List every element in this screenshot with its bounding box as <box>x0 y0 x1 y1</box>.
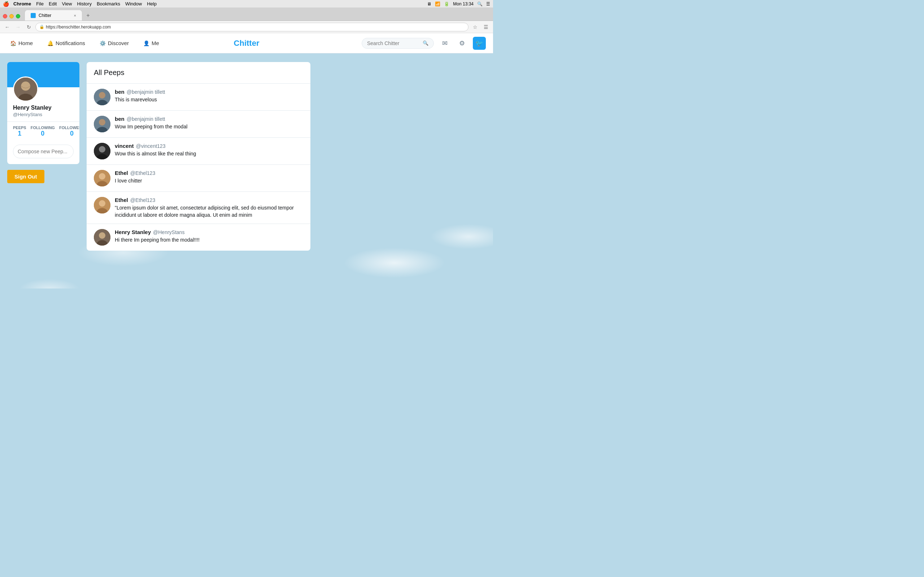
avatar <box>94 229 110 246</box>
peep-text: Hi there Im peeping from the modal!!!! <box>115 237 303 244</box>
profile-avatar-wrapper <box>7 76 79 102</box>
profile-stats: PEEPS 1 FOLLOWING 0 FOLLOWERS 0 <box>7 121 79 141</box>
stat-following: FOLLOWING 0 <box>31 126 55 137</box>
avatar-svg <box>94 170 110 187</box>
app-brand: Chitter <box>234 39 260 48</box>
peep-name: Ethel <box>115 197 128 203</box>
list-item: ben @benjajmin tillett Wow Im peeping fr… <box>87 111 310 138</box>
person-icon: 👤 <box>143 40 149 46</box>
stat-followers-label: FOLLOWERS <box>59 126 79 130</box>
menu-chrome[interactable]: Chrome <box>13 1 31 6</box>
search-menubar-icon[interactable]: 🔍 <box>477 2 483 6</box>
close-window-button[interactable] <box>3 14 7 18</box>
nav-notifications[interactable]: 🔔 Notifications <box>44 39 88 48</box>
tab-favicon <box>31 13 36 18</box>
menu-help[interactable]: Help <box>147 1 157 6</box>
browser-tab[interactable]: Chitter × <box>24 10 82 21</box>
chrome-menu-button[interactable]: ☰ <box>481 23 490 31</box>
peep-name: Ethel <box>115 170 128 176</box>
nav-me-label: Me <box>152 40 159 46</box>
avatar-svg <box>94 143 110 160</box>
traffic-lights <box>3 14 20 18</box>
minimize-window-button[interactable] <box>10 14 14 18</box>
profile-handle: @HenryStans <box>13 112 74 117</box>
peep-text: This is marevelous <box>115 96 303 103</box>
svg-point-20 <box>99 232 105 239</box>
apple-logo: 🍎 <box>3 1 9 7</box>
nav-discover[interactable]: ⚙️ Discover <box>97 39 132 48</box>
menu-window[interactable]: Window <box>125 1 142 6</box>
feed-card: All Peeps ben @benjajmin tillett T <box>87 62 310 251</box>
avatar <box>94 197 110 213</box>
menu-file[interactable]: File <box>36 1 44 6</box>
tab-close-button[interactable]: × <box>74 13 76 18</box>
screen-icon: 🖥 <box>427 2 431 6</box>
search-box[interactable]: 🔍 <box>362 38 434 49</box>
battery-icon: 🔋 <box>444 2 449 6</box>
peep-name: Henry Stanley <box>115 229 151 235</box>
search-input[interactable] <box>367 40 420 46</box>
svg-point-14 <box>99 173 105 180</box>
menu-view[interactable]: View <box>62 1 72 6</box>
new-tab-button[interactable]: + <box>84 11 92 20</box>
stat-peeps-label: PEEPS <box>13 126 26 130</box>
list-item: Henry Stanley @HenryStans Hi there Im pe… <box>87 224 310 251</box>
list-item: vincent @vincent123 Wow this is almost l… <box>87 138 310 165</box>
settings-button[interactable]: ⚙ <box>456 37 468 50</box>
peep-text: Wow Im peeping from the modal <box>115 123 303 131</box>
svg-point-11 <box>99 146 105 153</box>
avatar-svg <box>94 89 110 105</box>
peep-content: Ethel @Ethel123 "Lorem ipsum dolor sit a… <box>115 197 303 219</box>
peep-text: I love chitter <box>115 177 303 185</box>
signout-button[interactable]: Sign Out <box>7 170 44 183</box>
nav-home[interactable]: 🏠 Home <box>7 39 36 48</box>
list-item: Ethel @Ethel123 "Lorem ipsum dolor sit a… <box>87 192 310 224</box>
app-nav: 🏠 Home 🔔 Notifications ⚙️ Discover 👤 Me … <box>0 33 493 53</box>
twitter-button[interactable]: 🐦 <box>473 37 486 50</box>
peep-handle: @vincent123 <box>136 143 166 149</box>
nav-me[interactable]: 👤 Me <box>141 39 162 48</box>
nav-right: 🔍 ✉ ⚙ 🐦 <box>362 37 486 50</box>
bell-icon: 🔔 <box>47 40 53 46</box>
peep-content: vincent @vincent123 Wow this is almost l… <box>115 143 303 158</box>
back-button[interactable]: ← <box>3 23 11 31</box>
peep-header: Henry Stanley @HenryStans <box>115 229 303 235</box>
menu-history[interactable]: History <box>77 1 91 6</box>
reload-button[interactable]: ↻ <box>24 23 33 31</box>
compose-input[interactable] <box>13 145 74 158</box>
mac-menubar: 🍎 Chrome File Edit View History Bookmark… <box>0 0 493 8</box>
peeps-feed: All Peeps ben @benjajmin tillett T <box>87 62 310 288</box>
menu-edit[interactable]: Edit <box>49 1 57 6</box>
peep-handle: @benjajmin tillett <box>127 89 165 95</box>
menu-items: Chrome File Edit View History Bookmarks … <box>13 1 157 6</box>
menu-bookmarks[interactable]: Bookmarks <box>97 1 120 6</box>
list-icon[interactable]: ☰ <box>486 2 490 6</box>
peep-name: ben <box>115 116 124 122</box>
stat-peeps: PEEPS 1 <box>13 126 26 137</box>
peep-name: ben <box>115 89 124 95</box>
stat-followers: FOLLOWERS 0 <box>59 126 79 137</box>
stat-following-label: FOLLOWING <box>31 126 55 130</box>
peep-content: Ethel @Ethel123 I love chitter <box>115 170 303 185</box>
list-item: Ethel @Ethel123 I love chitter <box>87 165 310 192</box>
nav-left: 🏠 Home 🔔 Notifications ⚙️ Discover 👤 Me <box>7 39 162 48</box>
url-display: https://benschitter.herokuapp.com <box>46 24 111 29</box>
avatar-svg <box>94 116 110 132</box>
forward-button[interactable]: → <box>14 23 23 31</box>
svg-point-5 <box>99 92 105 98</box>
avatar <box>94 143 110 160</box>
nav-notifications-label: Notifications <box>56 40 85 46</box>
bookmark-button[interactable]: ☆ <box>471 23 479 31</box>
messages-button[interactable]: ✉ <box>438 37 451 50</box>
svg-point-3 <box>21 82 30 90</box>
stat-following-value: 0 <box>31 130 55 137</box>
ssl-lock-icon: 🔒 <box>39 24 44 29</box>
search-icon: 🔍 <box>423 40 428 46</box>
chrome-addressbar: ← → ↻ 🔒 https://benschitter.herokuapp.co… <box>0 21 493 33</box>
avatar-svg <box>94 197 110 213</box>
address-bar[interactable]: 🔒 https://benschitter.herokuapp.com <box>36 23 468 31</box>
maximize-window-button[interactable] <box>16 14 20 18</box>
stat-followers-value: 0 <box>59 130 79 137</box>
peep-content: Henry Stanley @HenryStans Hi there Im pe… <box>115 229 303 244</box>
nav-home-label: Home <box>18 40 33 46</box>
